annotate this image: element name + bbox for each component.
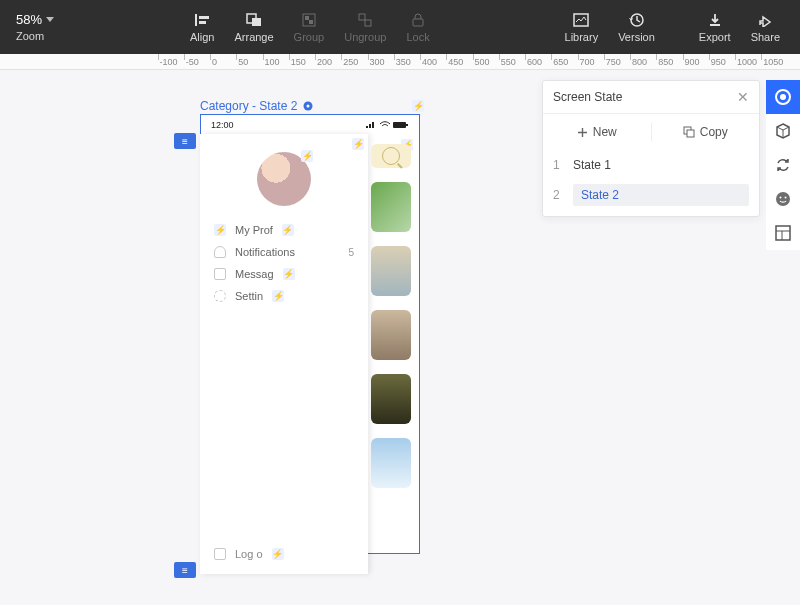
svg-rect-5 [359,14,365,20]
svg-rect-15 [776,226,790,240]
library-icon [573,12,589,28]
side-drawer: ⚡ ⚡ ⚡My Prof⚡Notifications5Messag⚡Settin… [200,134,368,574]
group-button[interactable]: Group [284,0,335,54]
bolt-icon: ⚡ [214,224,226,236]
align-button[interactable]: Align [180,0,224,54]
search-icon [382,147,400,165]
state-row[interactable]: 1State 1 [543,150,759,180]
badge: 5 [348,247,354,258]
svg-point-19 [307,105,310,108]
panel-title: Screen State [553,90,622,104]
svg-rect-3 [305,16,309,20]
menu-label: My Prof [235,224,273,236]
arrange-button[interactable]: Arrange [224,0,283,54]
signal-icon [365,121,377,129]
thumb-animal[interactable] [371,310,411,360]
group-icon [302,12,316,28]
svg-rect-4 [309,20,313,24]
menu-item-settings[interactable]: Settin⚡ [214,290,354,302]
bolt-icon: ⚡ [352,138,364,150]
svg-rect-7 [413,19,423,26]
rail-3d-button[interactable] [766,114,800,148]
screen-state-panel: Screen State ✕ New Copy 1State 12State 2 [542,80,760,217]
app-toolbar: 58% Zoom Align Arrange Group Ungroup Loc… [0,0,800,54]
gear-icon[interactable] [303,101,313,111]
svg-rect-1 [252,18,261,26]
back-layer-handle-bottom[interactable]: ≡ [174,562,196,578]
rail-states-button[interactable] [766,80,800,114]
svg-rect-20 [393,122,406,128]
zoom-control[interactable]: 58% Zoom [0,0,90,54]
ungroup-button[interactable]: Ungroup [334,0,396,54]
rail-emoji-button[interactable] [766,182,800,216]
version-button[interactable]: Version [608,0,665,54]
svg-point-11 [780,94,786,100]
svg-rect-17 [687,130,694,137]
menu-label: Settin [235,290,263,302]
share-icon [758,12,772,28]
menu-item-notifications[interactable]: Notifications5 [214,246,354,258]
new-state-button[interactable]: New [543,125,651,139]
svg-point-12 [776,192,790,206]
rail-layout-button[interactable] [766,216,800,250]
bolt-icon: ⚡ [272,290,284,302]
arrange-icon [246,12,262,28]
library-button[interactable]: Library [555,0,609,54]
thumb-landscape[interactable] [371,246,411,296]
align-icon [194,12,210,28]
thumb-dark[interactable] [371,374,411,424]
state-index: 2 [553,188,573,202]
lock-button[interactable]: Lock [396,0,439,54]
logout-label: Log o [235,548,263,560]
bolt-icon: ⚡ [283,268,295,280]
bolt-icon: ⚡ [301,150,313,162]
bolt-icon: ⚡ [282,224,294,236]
rail-sync-button[interactable] [766,148,800,182]
plus-icon [577,127,588,138]
svg-rect-21 [406,124,408,126]
menu-label: Notifications [235,246,295,258]
menu-label: Messag [235,268,274,280]
horizontal-ruler: -100-50050100150200250300350400450500550… [0,54,800,70]
avatar[interactable]: ⚡ [257,152,311,206]
bolt-icon: ⚡ [412,100,424,112]
back-layer-handle-top[interactable]: ≡ [174,133,196,149]
menu-item-messages[interactable]: Messag⚡ [214,268,354,280]
state-row[interactable]: 2State 2 [543,180,759,210]
copy-icon [683,126,695,138]
caret-down-icon [46,17,54,22]
status-time: 12:00 [211,120,234,130]
right-tool-rail [766,80,800,250]
ungroup-icon [358,12,372,28]
thumb-food[interactable] [371,182,411,232]
zoom-label: Zoom [16,30,44,42]
copy-state-button[interactable]: Copy [652,125,760,139]
logout-icon [214,548,226,560]
artboard-label[interactable]: Category - State 2 ⚡ [200,99,313,113]
bolt-icon: ⚡ [272,548,284,560]
chat-icon [214,268,226,280]
state-name: State 1 [573,154,749,176]
share-button[interactable]: Share [741,0,790,54]
logout-item[interactable]: Log o ⚡ [214,548,284,560]
zoom-value: 58% [16,12,42,27]
wifi-icon [379,121,391,129]
close-icon[interactable]: ✕ [737,89,749,105]
state-name: State 2 [573,184,749,206]
thumb-sky[interactable] [371,438,411,488]
svg-point-13 [780,197,782,199]
export-button[interactable]: Export [689,0,741,54]
status-bar: 12:00 [201,115,419,135]
history-icon [629,12,644,28]
bell-icon [214,246,226,258]
svg-rect-6 [365,20,371,26]
menu-item-profile[interactable]: ⚡My Prof⚡ [214,224,354,236]
download-icon [708,12,722,28]
svg-point-14 [785,197,787,199]
battery-icon [393,121,409,129]
lock-icon [412,12,424,28]
state-index: 1 [553,158,573,172]
gear-icon [214,290,226,302]
search-thumb[interactable] [371,144,411,168]
